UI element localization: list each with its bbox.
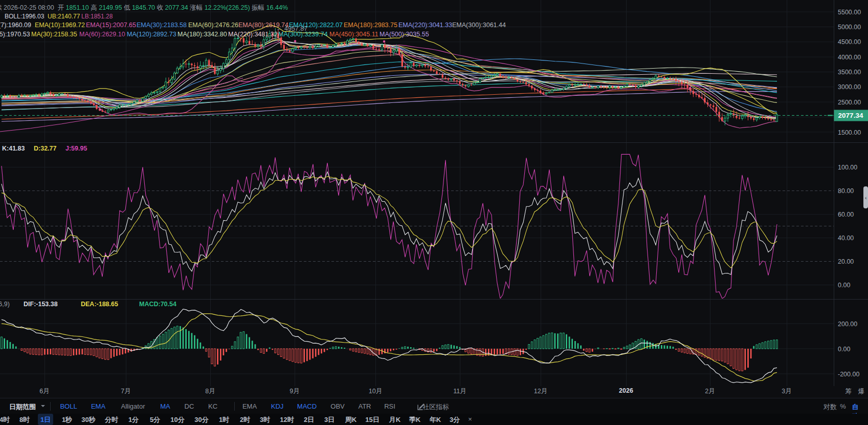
svg-text:-200.00: -200.00 [838,371,859,378]
svg-text:0.00: 0.00 [838,282,850,289]
svg-text:5000.00: 5000.00 [838,24,861,31]
svg-text:2077.34: 2077.34 [838,112,863,119]
svg-text:‹: ‹ [865,195,867,201]
svg-text:40.00: 40.00 [838,235,854,242]
svg-text:3500.00: 3500.00 [838,69,861,76]
svg-text:5500.00: 5500.00 [838,9,861,16]
svg-text:20.00: 20.00 [838,258,854,265]
svg-text:4000.00: 4000.00 [838,54,861,61]
svg-text:1500.00: 1500.00 [838,129,861,136]
svg-text:100.00: 100.00 [838,164,857,171]
svg-text:80.00: 80.00 [838,187,854,195]
svg-text:3000.00: 3000.00 [838,83,861,91]
svg-text:60.00: 60.00 [838,211,854,218]
svg-text:4500.00: 4500.00 [838,38,861,46]
svg-text:200.00: 200.00 [838,321,857,328]
svg-text:0.00: 0.00 [838,346,850,353]
svg-text:2500.00: 2500.00 [838,99,861,106]
